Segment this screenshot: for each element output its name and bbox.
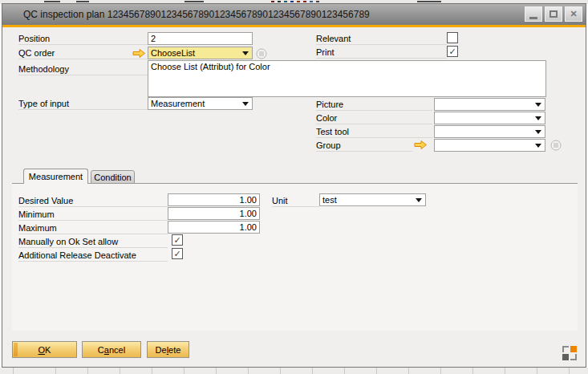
picture-combo[interactable] (434, 98, 545, 111)
dialog-titlebar[interactable]: QC inspection plan 123456789012345678901… (2, 4, 586, 25)
group-label: Group (316, 140, 412, 152)
measurement-tab-panel: Desired Value Unit test Minimum Maximum … (12, 183, 578, 331)
manually-on-ok-label: Manually on Ok Set allow (18, 236, 168, 248)
color-label: Color (316, 112, 432, 124)
background-fragment (185, 1, 204, 2)
delete-button[interactable]: Delete (147, 341, 189, 358)
unit-combo[interactable]: test (319, 193, 426, 206)
checkmark: ✓ (173, 236, 180, 245)
relevant-checkbox[interactable] (447, 32, 458, 43)
additional-release-checkbox[interactable]: ✓ (172, 248, 183, 259)
cancel-button[interactable]: Cancel (82, 341, 141, 358)
manually-on-ok-checkbox[interactable]: ✓ (172, 234, 183, 246)
qc-order-label: QC order (18, 47, 148, 59)
dropdown-arrow-icon (535, 103, 541, 107)
type-of-input-value: Measurement (151, 99, 205, 108)
group-combo[interactable] (434, 139, 545, 152)
color-combo[interactable] (434, 112, 545, 124)
checkmark: ✓ (173, 250, 180, 258)
background-fragment (44, 1, 60, 2)
minimum-input[interactable] (168, 207, 260, 220)
test-tool-label: Test tool (316, 126, 432, 138)
unit-value: test (322, 195, 337, 205)
cancel-label: C (98, 345, 104, 355)
background-fragment (297, 1, 300, 2)
background-fragment (271, 1, 274, 2)
qc-order-combo[interactable]: ChooseList (148, 47, 253, 59)
link-arrow-icon[interactable] (132, 48, 146, 60)
methodology-label: Methodology (18, 63, 148, 75)
background-fragment (290, 1, 294, 2)
print-checkbox[interactable]: ✓ (447, 46, 458, 57)
picture-label: Picture (316, 99, 432, 111)
desired-value-input[interactable] (168, 193, 260, 206)
choose-from-list-icon[interactable] (256, 48, 267, 61)
background-fragment (278, 1, 281, 2)
dropdown-arrow-icon (535, 116, 541, 120)
background-fragment (417, 1, 441, 2)
background-fragment (284, 1, 287, 2)
qc-inspection-plan-dialog: QC inspection plan 123456789012345678901… (2, 3, 586, 368)
dropdown-arrow-icon (535, 144, 541, 148)
dropdown-arrow-icon (416, 198, 422, 202)
dropdown-arrow-icon (242, 51, 249, 55)
expand-form-icon[interactable] (562, 346, 577, 360)
choose-from-list-icon[interactable] (550, 140, 562, 152)
dropdown-arrow-icon (535, 130, 541, 134)
checkmark: ✓ (448, 47, 456, 56)
type-of-input-combo[interactable]: Measurement (148, 97, 253, 110)
close-button[interactable]: ✕ (565, 6, 582, 22)
close-icon: ✕ (570, 10, 577, 18)
ok-button[interactable]: OK (12, 341, 77, 358)
background-fragment (76, 1, 89, 2)
qc-order-value: ChooseList (151, 48, 195, 58)
screen: QC inspection plan 123456789012345678901… (0, 0, 588, 374)
background-fragment (310, 1, 313, 2)
type-of-input-label: Type of input (18, 98, 148, 110)
maximize-icon (549, 10, 558, 18)
position-input[interactable] (148, 32, 253, 45)
maximum-label: Maximum (18, 222, 168, 234)
background-table-fragment (0, 368, 588, 374)
position-label: Position (18, 33, 148, 45)
titlebar-accent-line (2, 25, 586, 27)
maximum-input[interactable] (168, 221, 260, 234)
minimum-label: Minimum (18, 209, 168, 221)
desired-value-label: Desired Value (18, 195, 168, 207)
test-tool-combo[interactable] (434, 125, 545, 138)
maximize-button[interactable] (545, 6, 562, 22)
dropdown-arrow-icon (242, 102, 249, 106)
additional-release-label: Additional Release Deactivate (18, 250, 168, 262)
methodology-textarea[interactable]: Choose List (Attribut) for Color (148, 60, 546, 97)
link-arrow-icon[interactable] (414, 140, 428, 152)
minimize-button[interactable] (525, 6, 542, 22)
relevant-label: Relevant (316, 33, 447, 45)
focus-indicator (14, 343, 18, 356)
tab-measurement[interactable]: Measurement (23, 169, 88, 184)
minimize-icon (529, 17, 537, 19)
window-controls: ✕ (525, 6, 582, 22)
print-label: Print (316, 47, 447, 59)
dialog-title: QC inspection plan 123456789012345678901… (23, 9, 370, 20)
background-fragment (303, 1, 306, 2)
delete-label: De (156, 345, 167, 355)
unit-label: Unit (272, 195, 319, 207)
tab-condition[interactable]: Condition (91, 170, 135, 184)
background-fragment (316, 1, 319, 2)
